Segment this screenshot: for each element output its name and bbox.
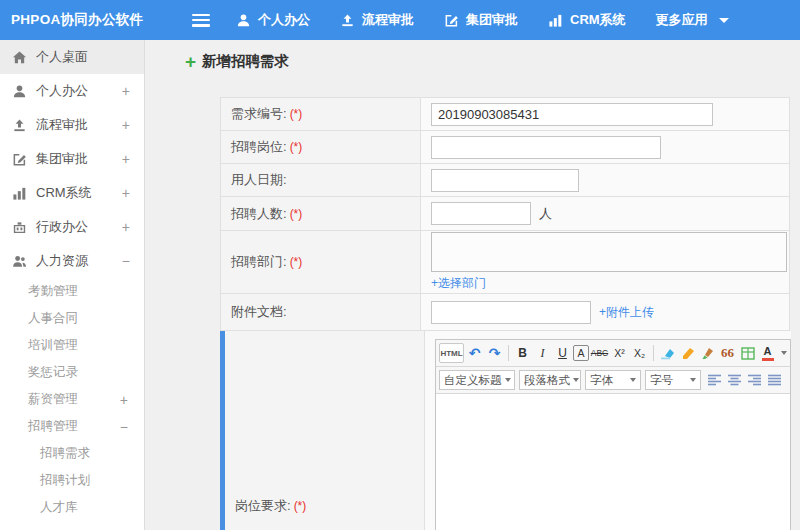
form-row-department: 招聘部门: (*) +选择部门 [221, 231, 789, 294]
align-justify-icon[interactable] [765, 370, 784, 390]
editor-toolbar-row-1: HTML ↶ ↷ B I U A ABC X² X₂ [436, 340, 790, 367]
collapse-toggle[interactable]: − [122, 253, 132, 269]
topbar: PHPOA协同办公软件 个人办公 流程审批 集团审批 [0, 0, 800, 40]
expand-toggle[interactable]: + [122, 219, 132, 235]
superscript-button[interactable]: X² [610, 343, 629, 363]
sidebar-item-crm[interactable]: CRM系统 + [0, 176, 144, 210]
heading-select[interactable]: 自定义标题 [439, 370, 515, 390]
select-department-link[interactable]: +选择部门 [431, 275, 486, 292]
collapse-toggle[interactable]: − [120, 419, 130, 435]
nav-personal-office[interactable]: 个人办公 [236, 11, 310, 29]
req-no-input[interactable] [431, 103, 713, 126]
sidebar-item-recruit-demand[interactable]: 招聘需求 [0, 440, 144, 467]
edit-square-icon [12, 152, 27, 167]
nav-label: 更多应用 [656, 11, 708, 29]
redo-icon[interactable]: ↷ [485, 343, 504, 363]
required-marker: (*) [294, 499, 307, 513]
form-row-req-no: 需求编号: (*) [221, 98, 789, 131]
field-label: 招聘岗位: (*) [221, 131, 421, 163]
home-icon [12, 50, 27, 65]
nav-crm-system[interactable]: CRM系统 [548, 11, 626, 29]
form-row-requirement: 岗位要求: (*) HTML ↶ ↷ B I U A [220, 331, 789, 530]
subscript-button[interactable]: X₂ [630, 343, 649, 363]
font-size-select[interactable]: 字号 [645, 370, 701, 390]
eraser-icon[interactable] [658, 343, 677, 363]
field-label: 招聘部门: (*) [221, 231, 421, 293]
highlighter-icon[interactable] [698, 343, 717, 363]
undo-icon[interactable]: ↶ [465, 343, 484, 363]
nav-workflow-approval[interactable]: 流程审批 [340, 11, 414, 29]
bar-chart-icon [548, 13, 563, 28]
blockquote-icon[interactable]: 66 [718, 343, 737, 363]
align-left-icon[interactable] [705, 370, 724, 390]
form-row-attachment: 附件文档: +附件上传 [221, 294, 789, 331]
sidebar-item-workflow-approval[interactable]: 流程审批 + [0, 108, 144, 142]
person-icon [12, 84, 27, 99]
toolbar-separator [508, 345, 509, 361]
expand-toggle[interactable]: + [122, 151, 132, 167]
attachment-upload-link[interactable]: +附件上传 [599, 304, 654, 321]
font-color-button[interactable]: A [758, 343, 777, 363]
app-window: PHPOA协同办公软件 个人办公 流程审批 集团审批 [0, 0, 800, 530]
sidebar-item-training[interactable]: 培训管理 [0, 332, 144, 359]
nav-label: 流程审批 [362, 11, 414, 29]
date-input[interactable] [431, 169, 579, 192]
sidebar-item-desktop[interactable]: 个人桌面 [0, 40, 144, 74]
position-input[interactable] [431, 136, 661, 159]
caret-down-icon[interactable] [781, 351, 787, 355]
align-right-icon[interactable] [745, 370, 764, 390]
bold-button[interactable]: B [513, 343, 532, 363]
sidebar-item-recruit-mgmt[interactable]: 招聘管理 − [0, 413, 144, 440]
html-source-button[interactable]: HTML [439, 343, 464, 363]
sidebar-item-personal-office[interactable]: 个人办公 + [0, 74, 144, 108]
field-label: 附件文档: [221, 294, 421, 330]
required-marker: (*) [290, 207, 303, 221]
sidebar-item-group-approval[interactable]: 集团审批 + [0, 142, 144, 176]
expand-toggle[interactable]: + [122, 83, 132, 99]
count-unit-label: 人 [539, 205, 552, 223]
sidebar-item-hr-contract[interactable]: 人事合同 [0, 305, 144, 332]
sidebar: 个人桌面 个人办公 + 流程审批 + 集团审批 + [0, 40, 145, 530]
table-icon[interactable] [738, 343, 757, 363]
paragraph-format-select[interactable]: 段落格式 [519, 370, 581, 390]
sidebar-item-talent-pool[interactable]: 人才库 [0, 494, 144, 521]
caret-down-icon [719, 18, 729, 23]
person-icon [236, 13, 251, 28]
italic-button[interactable]: I [533, 343, 552, 363]
nav-group-approval[interactable]: 集团审批 [444, 11, 518, 29]
sidebar-item-salary[interactable]: 薪资管理 + [0, 386, 144, 413]
department-textarea[interactable] [431, 232, 787, 272]
font-style-button[interactable]: A [573, 345, 589, 361]
align-center-icon[interactable] [725, 370, 744, 390]
format-brush-icon[interactable] [678, 343, 697, 363]
top-navigation: 个人办公 流程审批 集团审批 CRM系统 更多应用 [236, 11, 729, 29]
strikethrough-button[interactable]: ABC [590, 343, 609, 363]
edit-square-icon [444, 13, 459, 28]
add-icon: + [185, 52, 196, 71]
expand-toggle[interactable]: + [122, 185, 132, 201]
menu-toggle-icon[interactable] [192, 14, 210, 27]
editor-toolbar-row-2: 自定义标题 段落格式 字体 [436, 367, 790, 394]
field-label: 需求编号: (*) [221, 98, 421, 130]
caret-down-icon [690, 378, 696, 382]
form-row-date: 用人日期: [221, 164, 789, 197]
sidebar-item-admin-office[interactable]: 行政办公 + [0, 210, 144, 244]
sidebar-item-hr[interactable]: 人力资源 − [0, 244, 144, 278]
toolbar-separator [653, 345, 654, 361]
count-input[interactable] [431, 202, 531, 225]
underline-button[interactable]: U [553, 343, 572, 363]
app-logo[interactable]: PHPOA协同办公软件 [0, 11, 192, 29]
sidebar-item-attendance[interactable]: 考勤管理 [0, 278, 144, 305]
sidebar-item-rewards[interactable]: 奖惩记录 [0, 359, 144, 386]
required-marker: (*) [290, 140, 303, 154]
upload-flow-icon [12, 118, 27, 133]
sidebar-item-recruit-plan[interactable]: 招聘计划 [0, 467, 144, 494]
font-family-select[interactable]: 字体 [585, 370, 641, 390]
expand-toggle[interactable]: + [120, 392, 130, 408]
expand-toggle[interactable]: + [122, 117, 132, 133]
editor-content-area[interactable] [436, 394, 790, 530]
attachment-input[interactable] [431, 301, 591, 324]
page-title-text: 新增招聘需求 [202, 52, 289, 71]
people-icon [12, 254, 27, 269]
nav-more-apps[interactable]: 更多应用 [656, 11, 729, 29]
